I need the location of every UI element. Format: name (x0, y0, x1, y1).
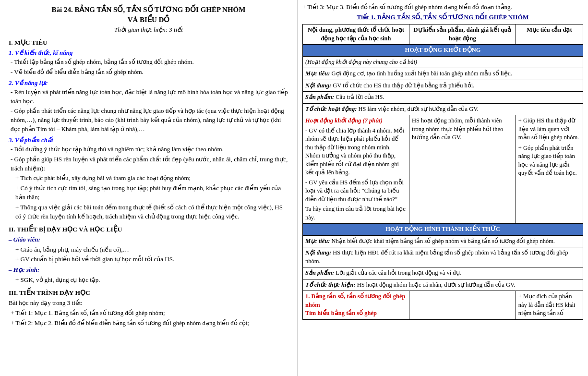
ht-sanpham-label: Sản phẩm: (305, 269, 334, 276)
right-panel: + Tiết 3: Mục 3. Biểu đồ tần số tương đố… (298, 0, 588, 376)
ht-content-row: 1. Bảng tần số, tần số tương đối ghép nh… (303, 291, 583, 320)
tiet2: + Tiết 2: Mục 2. Biểu đồ để biểu diễn bả… (11, 319, 288, 328)
ht-noidung-row: Nội dung: HS thực hiện HĐ1 để rút ra khá… (303, 247, 583, 267)
kd-tochuc-cell: Tổ chức hoạt động: HS làm việc nhóm, dướ… (303, 103, 583, 115)
kd-sanpham-cell: Sản phẩm: Câu trả lời của HS. (303, 92, 583, 104)
kd-col1-p1: - GV có thể chia lớp thành 4 nhóm. Mỗi n… (305, 127, 407, 177)
col3-header: Mục tiêu cần đạt (516, 24, 583, 45)
s3-p2: - Góp phần giúp HS rèn luyện và phát tri… (11, 155, 288, 173)
kd-muctieu-cell: Mục tiêu: Gợi động cơ, tạo tình huống xu… (303, 68, 583, 80)
kd-col1-p3: Ta hãy cùng tìm câu trả lời trong bài họ… (305, 205, 407, 222)
sub-heading-2: 2. Về năng lực (9, 79, 288, 87)
main-title: Bài 24. BẢNG TẦN SỐ, TẦN SỐ TƯƠNG ĐỐI GH… (9, 5, 288, 25)
kd-sanpham-row: Sản phẩm: Câu trả lời của HS. (303, 92, 583, 104)
section1-heading: I. MỤC TIÊU (9, 38, 288, 47)
bar-hinh-thanh-row: HOẠT ĐỘNG HÌNH THÀNH KIẾN THỨC (303, 224, 583, 236)
tiet3-text: + Tiết 3: Mục 3. Biểu đồ tần số tương đố… (302, 3, 583, 12)
col2-header: Dự kiến sản phẩm, đánh giá kết quả hoạt … (409, 24, 516, 45)
ht-tochuc-cell: Tổ chức thực hiện: HS hoạt động nhóm hoặ… (303, 279, 583, 291)
ht-noidung-text: HS thực hiện HĐ1 để rút ra khái niệm bản… (305, 249, 568, 265)
subtitle: Thời gian thực hiện: 3 tiết (9, 26, 288, 34)
kd-col2: HS hoạt động nhóm, mỗi thành viên trong … (409, 115, 516, 224)
ht-muctieu-row: Mục tiêu: Nhận biết được khái niệm bảng … (303, 235, 583, 247)
kd-col3-p2: + Góp phần phát triển năng lực giao tiếp… (518, 144, 580, 178)
ht-muctieu-label: Mục tiêu: (305, 238, 330, 244)
ht-sanpham-row: Sản phẩm: Lời giải của các câu hỏi trong… (303, 267, 583, 279)
s1-p2: - Vẽ biểu đồ để biểu diễn bảng tần số gh… (11, 68, 288, 77)
kd-col1: Hoạt động khởi động (7 phút) - GV có thể… (303, 115, 409, 224)
ht-col2 (409, 291, 516, 320)
kd-col1-title: Hoạt động khởi động (7 phút) (305, 117, 407, 125)
title-line1: Bài 24. BẢNG TẦN SỐ, TẦN SỐ TƯƠNG ĐỐI GH… (52, 6, 246, 13)
left-panel: Bài 24. BẢNG TẦN SỐ, TẦN SỐ TƯƠNG ĐỐI GH… (0, 0, 298, 376)
ht-tochuc-text: HS hoạt động nhóm hoặc cá nhân, dưới sự … (357, 281, 516, 288)
s2-p2: - Góp phần phát triển các năng lực chung… (11, 107, 288, 134)
s2-p1: - Rèn luyện và phát triển năng lực toán … (11, 88, 288, 106)
ht-col3: + Mục đích của phần này là dẫn dắt HS kh… (516, 291, 583, 320)
col1-header: Nội dung, phương thức tổ chức hoạt động … (303, 24, 409, 45)
page-container: Bài 24. BẢNG TẦN SỐ, TẦN SỐ TƯƠNG ĐỐI GH… (0, 0, 588, 376)
kd-muctieu-row: Mục tiêu: Gợi động cơ, tạo tình huống xu… (303, 68, 583, 80)
gv1: + Giáo án, bảng phụ, máy chiếu (nếu có),… (15, 245, 288, 255)
tien-trinh-intro: Bài học này dạy trong 3 tiết: (9, 299, 288, 308)
s3-p5: + Thông qua việc giải các bài toán đếm t… (15, 203, 288, 221)
kd-tochuc-text: HS làm việc nhóm, dưới sự hướng dẫn của … (358, 106, 478, 112)
hs1: + SGK, vở ghi, dụng cụ học tập. (15, 276, 288, 285)
bar-khoi-dong: HOẠT ĐỘNG KHỞI ĐỘNG (303, 45, 583, 57)
kd-muctieu-text: Gợi động cơ, tạo tình huống xuất hiện bà… (332, 70, 513, 77)
sub-heading-1: 1. Về kiến thức, kĩ năng (9, 49, 288, 57)
kd-col3-p1: + Giúp HS thu thập dữ liệu và làm quen v… (518, 117, 580, 142)
ht-noidung-label: Nội dung: (305, 249, 331, 256)
ht-tochuc-row: Tổ chức thực hiện: HS hoạt động nhóm hoặ… (303, 279, 583, 291)
kd-content-row: Hoạt động khởi động (7 phút) - GV có thể… (303, 115, 583, 224)
kd-noidung-text: GV tổ chức cho HS thu thập dữ liệu bằng … (333, 82, 474, 89)
s3-p4: + Có ý thức tích cực tìm tòi, sáng tạo t… (15, 184, 288, 202)
ht-muctieu-cell: Mục tiêu: Nhận biết được khái niệm bảng … (303, 235, 583, 247)
title-line2: VÀ BIỂU ĐỒ (128, 16, 170, 24)
kd-noidung-label: Nội dung: (305, 82, 331, 89)
section3-heading: III. TIẾN TRÌNH DẠY HỌC (9, 289, 288, 297)
ht-col1-sub: Tìm hiểu bảng tần số ghép (305, 309, 407, 318)
kd-noidung-row: Nội dung: GV tổ chức cho HS thu thập dữ … (303, 80, 583, 92)
bar-hinh-thanh: HOẠT ĐỘNG HÌNH THÀNH KIẾN THỨC (303, 224, 583, 236)
sub-heading-3: 3. Về phẩm chất (9, 136, 288, 144)
sub-hs: – Học sinh: (9, 266, 288, 275)
ht-col1: 1. Bảng tần số, tần số tương đối ghép nh… (303, 291, 409, 320)
gv2: + GV chuẩn bị phiếu hỏi về thời gian tự … (15, 255, 288, 264)
ht-noidung-cell: Nội dung: HS thực hiện HĐ1 để rút ra khá… (303, 247, 583, 267)
kd-note: (Hoạt động khởi động này chung cho cả bà… (303, 56, 583, 68)
s1-p1: - Thiết lập bảng tần số ghép nhóm, bảng … (11, 58, 288, 67)
s3-p1: - Bồi dưỡng ý thức học tập hứng thú và n… (11, 145, 288, 154)
kd-tochuc-row: Tổ chức hoạt động: HS làm việc nhóm, dướ… (303, 103, 583, 115)
s3-p3: + Tích cực phát biểu, xây dựng bài và th… (15, 174, 288, 183)
section2-heading: II. THIẾT BỊ DẠY HỌC VÀ HỌC LIỆU (9, 225, 288, 233)
kd-col1-p2: - GV yêu cầu HS đếm số lựa chọn mỗi loại… (305, 179, 407, 204)
kd-sanpham-label: Sản phẩm: (305, 94, 334, 100)
main-table: Nội dung, phương thức tổ chức hoạt động … (302, 24, 583, 320)
kd-muctieu-label: Mục tiêu: (305, 70, 330, 77)
kd-tochuc-label: Tổ chức hoạt động: (305, 106, 357, 112)
ht-sanpham-cell: Sản phẩm: Lời giải của các câu hỏi trong… (303, 267, 583, 279)
kd-sanpham-text: Câu trả lời của HS. (336, 94, 384, 100)
kd-col3: + Giúp HS thu thập dữ liệu và làm quen v… (516, 115, 583, 224)
ht-col1-title: 1. Bảng tần số, tần số tương đối ghép nh… (305, 292, 407, 309)
ht-muctieu-text: Nhận biết được khái niệm bảng tần số ghé… (332, 238, 555, 244)
ht-col3-p1: + Mục đích của phần này là dẫn dắt HS kh… (518, 292, 580, 318)
ht-tochuc-label: Tổ chức thực hiện: (305, 281, 356, 288)
tiet1-header: Tiết 1. BẢNG TẦN SỐ, TẦN SỐ TƯƠNG ĐỐI GH… (302, 13, 583, 21)
kd-noidung-cell: Nội dung: GV tổ chức cho HS thu thập dữ … (303, 80, 583, 92)
ht-sanpham-text: Lời giải của các câu hỏi trong hoạt động… (336, 269, 461, 276)
sub-gv: – Giáo viên: (9, 235, 288, 244)
kd-note-row: (Hoạt động khởi động này chung cho cả bà… (303, 56, 583, 68)
tiet1: + Tiết 1: Mục 1. Bảng tần số, tần số tươ… (11, 309, 288, 318)
bar-khoi-dong-row: HOẠT ĐỘNG KHỞI ĐỘNG (303, 45, 583, 57)
